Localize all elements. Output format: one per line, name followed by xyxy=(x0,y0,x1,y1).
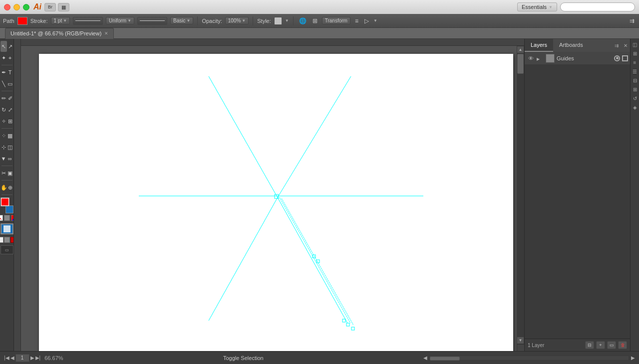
mesh-tool[interactable]: ⊹ xyxy=(0,142,7,153)
stroke-color-swatch[interactable] xyxy=(17,17,27,25)
panel-icon-1[interactable]: ◫ xyxy=(632,41,639,48)
opacity-button[interactable]: 100% ▼ xyxy=(225,17,249,24)
type-tool[interactable]: T xyxy=(7,67,13,78)
red-swatch[interactable] xyxy=(10,237,14,243)
canvas-area[interactable]: ▲ ▼ xyxy=(14,39,524,351)
align-icon-button[interactable]: ≡ xyxy=(353,17,360,24)
panel-icon-7[interactable]: ↺ xyxy=(632,95,639,102)
scroll-down-button[interactable]: ▼ xyxy=(517,337,524,344)
status-forward-button[interactable]: ▶ xyxy=(631,355,635,361)
more-icon-button[interactable]: ▷ xyxy=(363,17,370,24)
rotate-tool[interactable]: ↻ xyxy=(0,104,7,115)
scissors-tool[interactable]: ✂ xyxy=(0,168,7,179)
canvas-scroll xyxy=(14,39,524,351)
svg-line-4 xyxy=(278,197,347,323)
lasso-tool[interactable]: ⌖ xyxy=(7,52,13,63)
screen-mode-button[interactable]: ▭ xyxy=(0,245,13,254)
delete-layer-button[interactable]: 🗑 xyxy=(618,341,627,349)
gradient-tool[interactable]: ◫ xyxy=(7,142,13,153)
status-right: ◀ ▶ xyxy=(423,355,635,361)
white-swatch[interactable] xyxy=(0,237,3,243)
globe-icon-button[interactable]: 🌐 xyxy=(298,17,308,24)
zoom-tool[interactable]: ⊕ xyxy=(7,182,13,193)
symbol-sprayer-tool[interactable]: ⁘ xyxy=(0,130,7,141)
direct-selection-tool[interactable]: ↗ xyxy=(7,41,13,52)
panel-icon-4[interactable]: ☰ xyxy=(632,68,639,75)
panel-icon-5[interactable]: ⊟ xyxy=(632,77,639,84)
shaper-tool[interactable]: ✧ xyxy=(0,116,7,127)
horizontal-scrollbar[interactable] xyxy=(429,356,629,361)
uniform-button[interactable]: Uniform ▼ xyxy=(106,17,134,24)
layer-visibility-toggle[interactable]: 👁 xyxy=(527,54,535,62)
h-scroll-thumb[interactable] xyxy=(430,357,460,361)
panel-icon-6[interactable]: ⊞ xyxy=(632,86,639,93)
layer-count-label: 1 Layer xyxy=(528,343,544,348)
panel-icon-8[interactable]: ◈ xyxy=(632,104,639,111)
eyedropper-tool[interactable]: ▼ xyxy=(0,153,7,164)
selection-tool[interactable]: ↖ xyxy=(0,41,7,52)
page-number-input[interactable] xyxy=(15,354,29,362)
prev-page-button[interactable]: ◀ xyxy=(10,355,14,361)
transform-button[interactable]: Transform xyxy=(322,17,350,24)
scroll-thumb[interactable] xyxy=(517,54,524,74)
search-input[interactable] xyxy=(560,2,635,11)
tool-separator xyxy=(1,91,12,91)
style-swatch[interactable] xyxy=(274,17,282,25)
gray-swatch[interactable] xyxy=(4,237,10,243)
make-clipping-mask-button[interactable]: ⊟ xyxy=(585,341,594,349)
maximize-button[interactable] xyxy=(23,4,29,10)
fill-none-button[interactable] xyxy=(0,215,3,221)
extra-color-box[interactable] xyxy=(0,223,13,234)
panel-collapse-button[interactable]: ✕ xyxy=(621,41,630,50)
panel-menu-button[interactable]: ⇉ xyxy=(612,41,621,50)
paintbrush-tool[interactable]: ✏ xyxy=(0,93,7,104)
scroll-up-button[interactable]: ▲ xyxy=(517,46,524,53)
panel-icon-2[interactable]: ⊞ xyxy=(632,50,639,57)
background-color-swatch[interactable] xyxy=(5,205,13,213)
layers-tab[interactable]: Layers xyxy=(525,39,553,52)
document-tab[interactable]: Untitled-1* @ 66.67% (RGB/Preview) ✕ xyxy=(5,28,114,39)
panel-icon-3[interactable]: ≡ xyxy=(632,59,639,66)
gray-button[interactable] xyxy=(4,215,10,221)
stroke-weight-button[interactable]: 1 pt ▼ xyxy=(51,17,70,24)
chevron-down-icon: ▼ xyxy=(549,5,553,9)
tab-close-button[interactable]: ✕ xyxy=(104,31,108,36)
color-selector[interactable] xyxy=(0,197,13,213)
status-back-button[interactable]: ◀ xyxy=(423,355,427,361)
artboards-tab[interactable]: Artboards xyxy=(553,39,589,52)
scale-tool[interactable]: ⤢ xyxy=(7,104,13,115)
layer-lock-indicator[interactable] xyxy=(622,55,628,61)
artboard-tool[interactable]: ▣ xyxy=(7,168,13,179)
last-page-button[interactable]: ▶| xyxy=(35,355,41,361)
pencil-tool[interactable]: ✐ xyxy=(7,93,13,104)
vertical-scrollbar[interactable]: ▲ ▼ xyxy=(517,46,524,344)
panel-arrow-icon[interactable]: ⇉ xyxy=(628,17,636,24)
line-tool[interactable]: ╲ xyxy=(0,78,7,89)
first-page-button[interactable]: |◀ xyxy=(4,355,9,361)
arrange-icon-button[interactable]: ⊞ xyxy=(311,17,319,24)
column-graph-tool[interactable]: ▦ xyxy=(7,130,13,141)
corner-box xyxy=(517,344,524,351)
blend-tool[interactable]: ∞ xyxy=(7,153,13,164)
status-bar: |◀ ◀ ▶ ▶| 66.67% Toggle Selection ◀ ▶ xyxy=(0,351,639,364)
view-mode-button[interactable]: ▦ xyxy=(58,3,69,11)
close-button[interactable] xyxy=(4,4,10,10)
create-new-sublayer-button[interactable]: + xyxy=(596,341,605,349)
pen-tool[interactable]: ✒ xyxy=(0,67,7,78)
next-page-button[interactable]: ▶ xyxy=(30,355,34,361)
free-transform-tool[interactable]: ⊞ xyxy=(7,116,13,127)
bridge-button[interactable]: Br xyxy=(44,3,56,11)
rect-tool[interactable]: ▭ xyxy=(7,78,13,89)
magic-wand-tool[interactable]: ✦ xyxy=(0,52,7,63)
essentials-button[interactable]: Essentials ▼ xyxy=(517,2,557,11)
minimize-button[interactable] xyxy=(13,4,20,10)
hand-tool[interactable]: ✋ xyxy=(0,182,7,193)
foreground-color-swatch[interactable] xyxy=(0,197,9,206)
toggle-selection-button[interactable]: Toggle Selection xyxy=(223,355,264,361)
layer-expand-arrow[interactable]: ▶ xyxy=(537,55,544,61)
create-new-layer-button[interactable]: ▭ xyxy=(607,341,616,349)
layer-target-indicator[interactable] xyxy=(614,55,620,61)
tool-row: ✋ ⊕ xyxy=(0,182,13,193)
basic-button[interactable]: Basic ▼ xyxy=(170,17,193,24)
status-center: Toggle Selection xyxy=(67,355,419,361)
